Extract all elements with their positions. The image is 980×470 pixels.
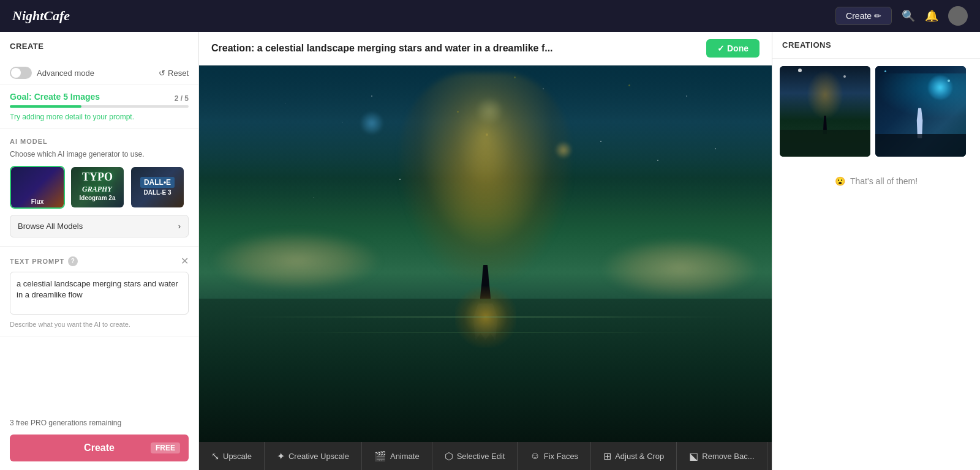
- main-ai-image: [199, 65, 772, 442]
- advanced-mode-label: Advanced mode: [37, 69, 94, 78]
- create-free-badge: FREE: [151, 442, 180, 453]
- right-panel: CREATIONS: [772, 32, 980, 470]
- prompt-textarea[interactable]: a celestial landscape merging stars and …: [10, 272, 189, 315]
- model-cards: Flux TYPOGRAPHY Ideogram 2a DALL•E DALL-…: [10, 166, 189, 209]
- sky-overlay: [199, 65, 772, 216]
- model-flux-label: Flux: [31, 198, 44, 205]
- user-avatar[interactable]: [948, 6, 968, 26]
- navbar: NightCafe Create ✏ 🔍 🔔: [0, 0, 980, 32]
- creations-header: CREATIONS: [772, 32, 980, 59]
- left-sidebar: CREATE Advanced mode ↺ Reset Goal: Creat…: [0, 32, 199, 470]
- browse-models-button[interactable]: Browse All Models ›: [10, 215, 189, 237]
- creative-upscale-button[interactable]: ✦ Creative Upscale: [265, 442, 362, 470]
- fix-faces-icon: ☺: [530, 450, 540, 461]
- image-container: [199, 65, 772, 442]
- model-dalle-badge: DALL•E: [140, 177, 175, 188]
- animate-icon: 🎬: [374, 450, 386, 462]
- advanced-mode-row: Advanced mode ↺ Reset: [0, 62, 198, 84]
- done-button[interactable]: ✓ Done: [706, 39, 760, 58]
- bottom-toolbar: ⤡ Upscale ✦ Creative Upscale 🎬 Animate ⬡…: [199, 442, 772, 470]
- creation-thumb-2[interactable]: [875, 66, 966, 157]
- prompt-section-label: TEXT PROMPT ?: [10, 256, 78, 266]
- goal-subtitle: Try adding more detail to your prompt.: [10, 113, 189, 121]
- navbar-right: Create ✏ 🔍 🔔: [835, 6, 968, 26]
- advanced-mode-toggle[interactable]: [10, 67, 32, 79]
- selective-edit-button[interactable]: ⬡ Selective Edit: [432, 442, 518, 470]
- goal-count: 2 / 5: [175, 94, 189, 103]
- create-section-header: CREATE: [0, 32, 198, 62]
- prompt-clear-icon[interactable]: ✕: [181, 255, 189, 267]
- help-icon[interactable]: ?: [68, 256, 78, 266]
- fix-faces-button[interactable]: ☺ Fix Faces: [518, 442, 591, 470]
- reset-icon: ↺: [159, 69, 165, 78]
- model-card-flux[interactable]: Flux: [10, 166, 65, 209]
- main-layout: CREATE Advanced mode ↺ Reset Goal: Creat…: [0, 32, 980, 470]
- center-content: Creation: a celestial landscape merging …: [199, 32, 772, 470]
- model-ideo-text: TYPOGRAPHY: [82, 171, 113, 193]
- notifications-icon[interactable]: 🔔: [925, 9, 938, 23]
- model-card-ideogram[interactable]: TYPOGRAPHY Ideogram 2a: [70, 166, 125, 209]
- upscale-icon: ⤡: [211, 450, 219, 462]
- goal-title: Goal: Create 5 Images: [10, 92, 100, 102]
- create-title: CREATE: [10, 42, 189, 51]
- ai-model-label: AI MODEL: [10, 138, 189, 145]
- remove-bg-button[interactable]: ⬕ Remove Bac...: [677, 442, 767, 470]
- free-generations-text: 3 free PRO generations remaining: [10, 419, 189, 427]
- ai-model-desc: Choose which AI image generator to use.: [10, 150, 189, 159]
- model-dalle-label: DALL-E 3: [144, 189, 172, 196]
- creations-grid: [772, 59, 980, 164]
- remove-bg-icon: ⬕: [689, 450, 698, 462]
- creation-thumb-1[interactable]: [780, 66, 870, 157]
- adjust-crop-button[interactable]: ⊞ Adjust & Crop: [591, 442, 677, 470]
- thats-all-message: 😮 That's all of them!: [772, 164, 980, 198]
- navbar-create-button[interactable]: Create ✏: [835, 7, 892, 25]
- creative-upscale-icon: ✦: [277, 450, 285, 462]
- model-card-dalle[interactable]: DALL•E DALL-E 3: [130, 166, 185, 209]
- prompt-hint: Describe what you want the AI to create.: [10, 321, 189, 328]
- center-header: Creation: a celestial landscape merging …: [199, 32, 772, 65]
- ai-model-section: AI MODEL Choose which AI image generator…: [0, 129, 198, 247]
- creation-title: Creation: a celestial landscape merging …: [211, 43, 553, 54]
- chevron-right-icon: ›: [178, 222, 181, 231]
- create-button[interactable]: Create FREE: [10, 435, 189, 461]
- adjust-crop-icon: ⊞: [603, 450, 611, 462]
- sidebar-bottom: 3 free PRO generations remaining Create …: [0, 410, 198, 470]
- reset-button[interactable]: ↺ Reset: [159, 69, 189, 78]
- prompt-label-row: TEXT PROMPT ? ✕: [10, 255, 189, 267]
- search-icon[interactable]: 🔍: [902, 9, 915, 23]
- animate-button[interactable]: 🎬 Animate: [362, 442, 432, 470]
- goal-progress-bar: [10, 105, 189, 108]
- emoji-icon: 😮: [835, 176, 845, 186]
- selective-edit-icon: ⬡: [445, 450, 453, 462]
- goal-progress-fill: [10, 105, 81, 108]
- app-logo[interactable]: NightCafe: [12, 8, 70, 24]
- clouds-right: [600, 237, 761, 299]
- wave-2: [257, 332, 715, 333]
- clouds-left: [211, 230, 383, 291]
- goal-section: Goal: Create 5 Images 2 / 5 Try adding m…: [0, 84, 198, 129]
- model-ideo-label: Ideogram 2a: [80, 195, 116, 201]
- upscale-button[interactable]: ⤡ Upscale: [199, 442, 265, 470]
- text-prompt-section: TEXT PROMPT ? ✕ a celestial landscape me…: [0, 247, 198, 337]
